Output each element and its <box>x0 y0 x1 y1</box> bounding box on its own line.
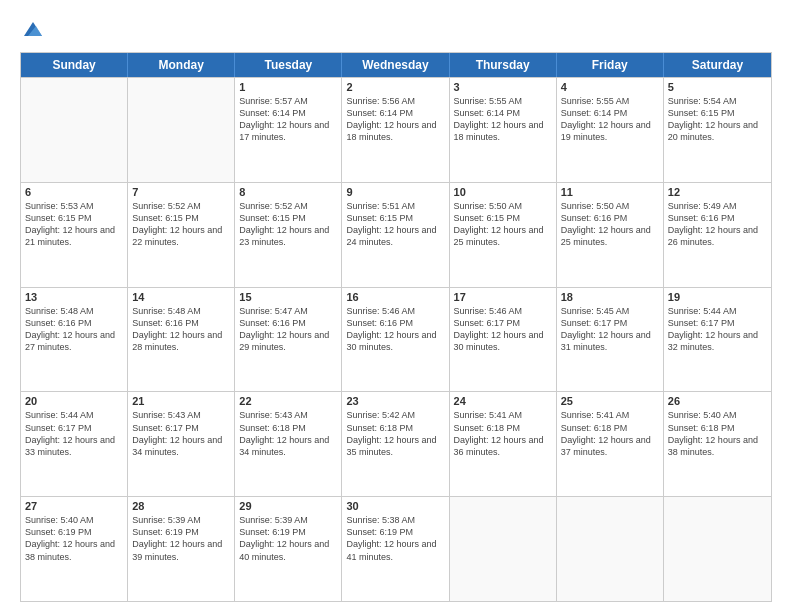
calendar-cell: 2Sunrise: 5:56 AM Sunset: 6:14 PM Daylig… <box>342 78 449 182</box>
day-number: 28 <box>132 500 230 512</box>
calendar-cell: 28Sunrise: 5:39 AM Sunset: 6:19 PM Dayli… <box>128 497 235 601</box>
logo-icon <box>22 18 44 40</box>
calendar: SundayMondayTuesdayWednesdayThursdayFrid… <box>20 52 772 602</box>
day-number: 22 <box>239 395 337 407</box>
page: SundayMondayTuesdayWednesdayThursdayFrid… <box>0 0 792 612</box>
calendar-row: 13Sunrise: 5:48 AM Sunset: 6:16 PM Dayli… <box>21 287 771 392</box>
day-info: Sunrise: 5:49 AM Sunset: 6:16 PM Dayligh… <box>668 200 767 249</box>
day-info: Sunrise: 5:40 AM Sunset: 6:18 PM Dayligh… <box>668 409 767 458</box>
day-info: Sunrise: 5:44 AM Sunset: 6:17 PM Dayligh… <box>668 305 767 354</box>
calendar-cell: 22Sunrise: 5:43 AM Sunset: 6:18 PM Dayli… <box>235 392 342 496</box>
day-info: Sunrise: 5:52 AM Sunset: 6:15 PM Dayligh… <box>132 200 230 249</box>
day-info: Sunrise: 5:43 AM Sunset: 6:18 PM Dayligh… <box>239 409 337 458</box>
day-info: Sunrise: 5:46 AM Sunset: 6:16 PM Dayligh… <box>346 305 444 354</box>
day-number: 19 <box>668 291 767 303</box>
day-info: Sunrise: 5:40 AM Sunset: 6:19 PM Dayligh… <box>25 514 123 563</box>
day-info: Sunrise: 5:42 AM Sunset: 6:18 PM Dayligh… <box>346 409 444 458</box>
day-number: 14 <box>132 291 230 303</box>
logo <box>20 18 44 42</box>
day-number: 18 <box>561 291 659 303</box>
calendar-header-cell: Wednesday <box>342 53 449 77</box>
day-info: Sunrise: 5:39 AM Sunset: 6:19 PM Dayligh… <box>239 514 337 563</box>
calendar-cell: 10Sunrise: 5:50 AM Sunset: 6:15 PM Dayli… <box>450 183 557 287</box>
calendar-cell: 13Sunrise: 5:48 AM Sunset: 6:16 PM Dayli… <box>21 288 128 392</box>
day-info: Sunrise: 5:39 AM Sunset: 6:19 PM Dayligh… <box>132 514 230 563</box>
calendar-cell: 30Sunrise: 5:38 AM Sunset: 6:19 PM Dayli… <box>342 497 449 601</box>
day-number: 8 <box>239 186 337 198</box>
calendar-cell: 3Sunrise: 5:55 AM Sunset: 6:14 PM Daylig… <box>450 78 557 182</box>
day-info: Sunrise: 5:45 AM Sunset: 6:17 PM Dayligh… <box>561 305 659 354</box>
calendar-header-cell: Saturday <box>664 53 771 77</box>
day-info: Sunrise: 5:43 AM Sunset: 6:17 PM Dayligh… <box>132 409 230 458</box>
calendar-cell: 8Sunrise: 5:52 AM Sunset: 6:15 PM Daylig… <box>235 183 342 287</box>
calendar-cell: 1Sunrise: 5:57 AM Sunset: 6:14 PM Daylig… <box>235 78 342 182</box>
day-info: Sunrise: 5:41 AM Sunset: 6:18 PM Dayligh… <box>561 409 659 458</box>
day-number: 2 <box>346 81 444 93</box>
day-number: 10 <box>454 186 552 198</box>
day-number: 11 <box>561 186 659 198</box>
calendar-row: 1Sunrise: 5:57 AM Sunset: 6:14 PM Daylig… <box>21 77 771 182</box>
calendar-cell: 6Sunrise: 5:53 AM Sunset: 6:15 PM Daylig… <box>21 183 128 287</box>
calendar-cell: 14Sunrise: 5:48 AM Sunset: 6:16 PM Dayli… <box>128 288 235 392</box>
day-number: 3 <box>454 81 552 93</box>
calendar-cell: 4Sunrise: 5:55 AM Sunset: 6:14 PM Daylig… <box>557 78 664 182</box>
calendar-cell: 12Sunrise: 5:49 AM Sunset: 6:16 PM Dayli… <box>664 183 771 287</box>
day-info: Sunrise: 5:41 AM Sunset: 6:18 PM Dayligh… <box>454 409 552 458</box>
calendar-cell: 7Sunrise: 5:52 AM Sunset: 6:15 PM Daylig… <box>128 183 235 287</box>
day-number: 13 <box>25 291 123 303</box>
day-number: 24 <box>454 395 552 407</box>
calendar-cell <box>664 497 771 601</box>
calendar-cell: 23Sunrise: 5:42 AM Sunset: 6:18 PM Dayli… <box>342 392 449 496</box>
day-number: 7 <box>132 186 230 198</box>
calendar-row: 6Sunrise: 5:53 AM Sunset: 6:15 PM Daylig… <box>21 182 771 287</box>
calendar-body: 1Sunrise: 5:57 AM Sunset: 6:14 PM Daylig… <box>21 77 771 601</box>
calendar-header-cell: Thursday <box>450 53 557 77</box>
calendar-cell: 16Sunrise: 5:46 AM Sunset: 6:16 PM Dayli… <box>342 288 449 392</box>
calendar-cell: 5Sunrise: 5:54 AM Sunset: 6:15 PM Daylig… <box>664 78 771 182</box>
calendar-cell: 24Sunrise: 5:41 AM Sunset: 6:18 PM Dayli… <box>450 392 557 496</box>
calendar-cell: 15Sunrise: 5:47 AM Sunset: 6:16 PM Dayli… <box>235 288 342 392</box>
day-info: Sunrise: 5:56 AM Sunset: 6:14 PM Dayligh… <box>346 95 444 144</box>
calendar-cell: 17Sunrise: 5:46 AM Sunset: 6:17 PM Dayli… <box>450 288 557 392</box>
day-info: Sunrise: 5:44 AM Sunset: 6:17 PM Dayligh… <box>25 409 123 458</box>
calendar-cell: 21Sunrise: 5:43 AM Sunset: 6:17 PM Dayli… <box>128 392 235 496</box>
calendar-cell: 27Sunrise: 5:40 AM Sunset: 6:19 PM Dayli… <box>21 497 128 601</box>
day-info: Sunrise: 5:48 AM Sunset: 6:16 PM Dayligh… <box>132 305 230 354</box>
day-info: Sunrise: 5:38 AM Sunset: 6:19 PM Dayligh… <box>346 514 444 563</box>
day-number: 29 <box>239 500 337 512</box>
day-info: Sunrise: 5:48 AM Sunset: 6:16 PM Dayligh… <box>25 305 123 354</box>
calendar-header-row: SundayMondayTuesdayWednesdayThursdayFrid… <box>21 53 771 77</box>
day-number: 6 <box>25 186 123 198</box>
day-number: 23 <box>346 395 444 407</box>
calendar-cell <box>128 78 235 182</box>
day-number: 12 <box>668 186 767 198</box>
day-info: Sunrise: 5:50 AM Sunset: 6:16 PM Dayligh… <box>561 200 659 249</box>
day-info: Sunrise: 5:46 AM Sunset: 6:17 PM Dayligh… <box>454 305 552 354</box>
day-info: Sunrise: 5:51 AM Sunset: 6:15 PM Dayligh… <box>346 200 444 249</box>
calendar-cell: 29Sunrise: 5:39 AM Sunset: 6:19 PM Dayli… <box>235 497 342 601</box>
calendar-header-cell: Sunday <box>21 53 128 77</box>
calendar-header-cell: Monday <box>128 53 235 77</box>
calendar-cell: 25Sunrise: 5:41 AM Sunset: 6:18 PM Dayli… <box>557 392 664 496</box>
day-number: 4 <box>561 81 659 93</box>
day-number: 5 <box>668 81 767 93</box>
day-info: Sunrise: 5:50 AM Sunset: 6:15 PM Dayligh… <box>454 200 552 249</box>
calendar-cell: 9Sunrise: 5:51 AM Sunset: 6:15 PM Daylig… <box>342 183 449 287</box>
calendar-cell: 19Sunrise: 5:44 AM Sunset: 6:17 PM Dayli… <box>664 288 771 392</box>
calendar-cell <box>557 497 664 601</box>
day-info: Sunrise: 5:55 AM Sunset: 6:14 PM Dayligh… <box>561 95 659 144</box>
day-number: 26 <box>668 395 767 407</box>
day-info: Sunrise: 5:47 AM Sunset: 6:16 PM Dayligh… <box>239 305 337 354</box>
day-number: 25 <box>561 395 659 407</box>
day-number: 17 <box>454 291 552 303</box>
day-number: 16 <box>346 291 444 303</box>
day-number: 30 <box>346 500 444 512</box>
calendar-header-cell: Tuesday <box>235 53 342 77</box>
calendar-cell: 11Sunrise: 5:50 AM Sunset: 6:16 PM Dayli… <box>557 183 664 287</box>
day-info: Sunrise: 5:54 AM Sunset: 6:15 PM Dayligh… <box>668 95 767 144</box>
day-info: Sunrise: 5:52 AM Sunset: 6:15 PM Dayligh… <box>239 200 337 249</box>
day-number: 9 <box>346 186 444 198</box>
calendar-cell: 26Sunrise: 5:40 AM Sunset: 6:18 PM Dayli… <box>664 392 771 496</box>
calendar-cell <box>450 497 557 601</box>
day-number: 21 <box>132 395 230 407</box>
